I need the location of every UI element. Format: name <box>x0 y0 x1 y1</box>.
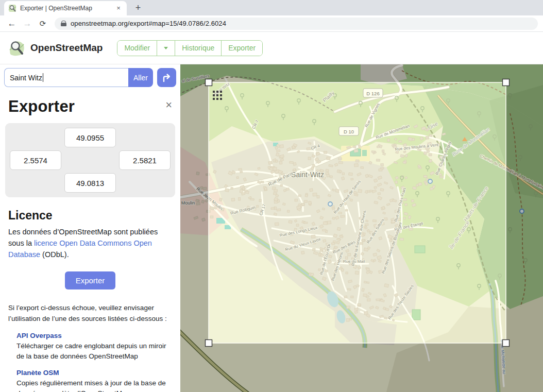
planet-osm-link[interactable]: Planète OSM <box>16 369 172 377</box>
brand-title[interactable]: OpenStreetMap <box>30 42 103 54</box>
export-button[interactable]: Exporter <box>65 271 116 289</box>
planet-osm-description: Copies régulièrement mises à jour de la … <box>16 378 172 392</box>
chevron-down-icon <box>164 47 168 49</box>
south-bound-input[interactable] <box>64 173 116 193</box>
search-text: Saint Witz <box>10 74 42 82</box>
west-bound-input[interactable] <box>10 150 61 170</box>
text-caret <box>43 73 43 82</box>
source-item-planet: Planète OSM Copies régulièrement mises à… <box>16 369 172 392</box>
osm-favicon <box>8 4 16 12</box>
reload-icon[interactable]: ⟳ <box>36 17 49 30</box>
map-svg: Saint-WitzRue de ParisCR 4CR 7CR 17Rue R… <box>180 64 543 392</box>
tab-title: Exporter | OpenStreetMap <box>20 5 111 12</box>
go-button[interactable]: Aller <box>128 68 153 87</box>
directions-button[interactable] <box>157 68 176 87</box>
selection-handle-nw[interactable] <box>206 79 212 86</box>
map-canvas[interactable]: Saint-WitzRue de ParisCR 4CR 7CR 17Rue R… <box>180 64 543 392</box>
url-bar[interactable]: openstreetmap.org/export#map=15/49.0786/… <box>55 18 538 30</box>
url-text: openstreetmap.org/export#map=15/49.0786/… <box>71 20 226 27</box>
forward-icon[interactable]: → <box>21 17 34 30</box>
osm-logo <box>8 40 25 57</box>
sidebar: Saint Witz Aller Exporter × <box>0 64 180 392</box>
nav-history-button[interactable]: Historique <box>175 41 222 56</box>
selection-area[interactable] <box>209 82 506 343</box>
browser-toolbar: ← → ⟳ openstreetmap.org/export#map=15/49… <box>0 15 543 32</box>
overpass-description: Télécharger ce cadre englobant depuis un… <box>16 341 172 362</box>
search-input[interactable]: Saint Witz <box>4 68 128 87</box>
panel-title: Exporter <box>8 97 75 116</box>
selection-move-handle[interactable] <box>213 91 222 100</box>
licence-heading: Licence <box>8 209 172 223</box>
tab-close-icon[interactable]: × <box>114 4 123 12</box>
browser-tab[interactable]: Exporter | OpenStreetMap × <box>4 1 127 15</box>
overpass-link[interactable]: API Overpass <box>16 332 172 339</box>
osm-header: OpenStreetMap Modifier Historique Export… <box>0 32 543 64</box>
nav-edit-dropdown[interactable] <box>157 41 175 56</box>
close-panel-icon[interactable]: × <box>165 99 172 111</box>
selection-handle-ne[interactable] <box>503 79 510 86</box>
licence-paragraph: Les données d’OpenStreetMap sont publiée… <box>8 227 172 260</box>
lock-icon <box>61 21 66 26</box>
back-icon[interactable]: ← <box>5 17 19 30</box>
browser-tab-strip: Exporter | OpenStreetMap × + <box>0 0 543 15</box>
directions-icon <box>162 73 172 83</box>
selection-handle-sw[interactable] <box>206 340 212 347</box>
east-bound-input[interactable] <box>119 150 171 170</box>
nav-export-button[interactable]: Exporter <box>222 41 262 56</box>
header-nav: Modifier Historique Exporter <box>117 40 263 56</box>
source-item-overpass: API Overpass Télécharger ce cadre englob… <box>16 332 172 362</box>
bounds-panel <box>5 123 175 197</box>
new-tab-button[interactable]: + <box>132 2 144 14</box>
selection-handle-se[interactable] <box>503 340 510 347</box>
north-bound-input[interactable] <box>64 128 116 147</box>
licence-text-post: (ODbL). <box>40 250 69 259</box>
nav-edit-button[interactable]: Modifier <box>117 41 157 56</box>
fallback-intro: Si l’export ci-dessus échoue, veuillez e… <box>8 303 172 325</box>
